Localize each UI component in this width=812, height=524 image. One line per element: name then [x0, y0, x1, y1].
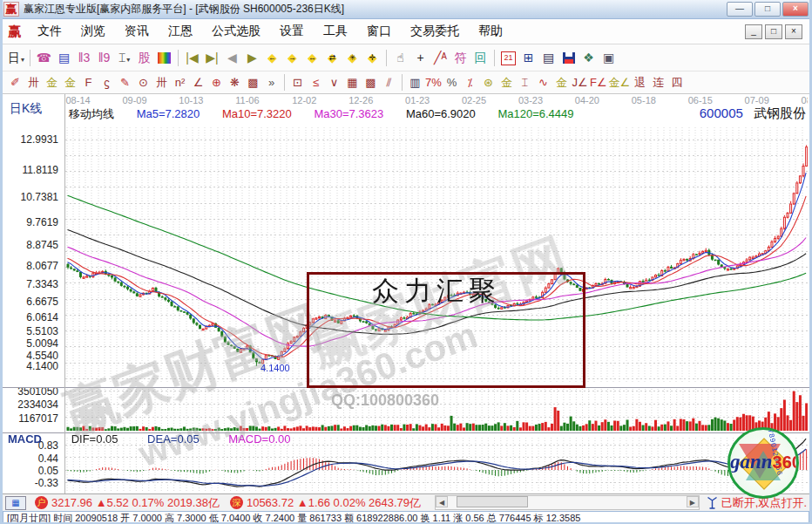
mdi-close-button[interactable]: × — [785, 24, 802, 39]
cycle-tool-icon[interactable]: 回 — [471, 49, 490, 67]
shenzhen-index-icon[interactable]: 深 — [230, 496, 243, 509]
percent-line-icon[interactable]: ⁒ — [462, 75, 478, 91]
draw-pen-icon[interactable]: ✎ — [117, 75, 133, 91]
scroll-left-arrow[interactable]: ◀ — [436, 496, 448, 507]
share-icon[interactable]: ❖ — [579, 49, 598, 67]
square-of-nine-icon[interactable]: n² — [172, 75, 188, 91]
parallel-lines-icon[interactable]: ⫽ — [381, 75, 397, 91]
gold-grid2-icon[interactable]: 金 — [62, 75, 78, 91]
fan-lines-icon[interactable]: ≤ — [308, 75, 324, 91]
maximize-button[interactable]: □ — [754, 2, 781, 17]
gold-circle-icon[interactable]: ⊛ — [480, 75, 497, 91]
menu-help[interactable]: 帮助 — [469, 21, 512, 42]
diamond-left-icon[interactable]: ◆← — [263, 49, 281, 67]
diamond-compress-icon[interactable]: ◆⇄ — [323, 49, 342, 67]
mdi-restore-button[interactable]: □ — [765, 24, 782, 39]
wave-tool-icon[interactable]: ∿ — [535, 75, 551, 91]
menu-gann[interactable]: 江恩 — [159, 21, 202, 42]
gann-wizard-icon[interactable]: 符 — [451, 49, 470, 67]
candle-draw-icon[interactable]: ⌶ — [517, 75, 533, 91]
scroll-thumb[interactable] — [457, 496, 527, 507]
menu-file[interactable]: 文件 — [28, 21, 71, 42]
diamond-star-icon[interactable]: ◆✳ — [343, 49, 362, 67]
angle-f-icon[interactable]: F∠ — [590, 75, 607, 91]
angle-lian-icon[interactable]: 连 — [650, 75, 667, 91]
low-price-label: 4.1400 — [261, 363, 290, 373]
grid-box2-icon[interactable]: ▩ — [362, 75, 379, 91]
menu-news[interactable]: 资讯 — [115, 21, 159, 42]
menu-tools[interactable]: 工具 — [314, 21, 357, 42]
annotation-text: 众力汇聚 — [372, 273, 501, 310]
gold-line-icon[interactable]: 金 — [498, 75, 515, 91]
shanghai-index-quote[interactable]: 3217.96 ▲5.52 0.17% 2019.38亿 — [51, 495, 220, 511]
close-button[interactable]: × — [782, 2, 809, 17]
print-icon[interactable]: ▣ — [599, 49, 618, 67]
crosshair-icon[interactable]: + — [411, 49, 430, 67]
diamond-expand-icon[interactable]: ◆✛ — [363, 49, 382, 67]
date-tick: 10-13 — [179, 95, 203, 105]
candle-style-icon[interactable]: ⌶▾ — [115, 49, 133, 67]
angle-gold-icon[interactable]: 金∠ — [609, 75, 631, 91]
macd-header: MACD DIF=0.05 DEA=0.05 MACD=0.00 — [8, 432, 317, 446]
quote-list-icon[interactable]: ▤ — [55, 49, 73, 67]
color-chart-icon[interactable] — [155, 49, 173, 67]
more-tools-icon[interactable]: » — [263, 75, 280, 91]
diamond-hrange-icon[interactable]: ◆↔ — [303, 49, 321, 67]
app-menu-logo-icon: 赢 — [8, 24, 21, 40]
shanghai-index-icon[interactable]: 户 — [35, 496, 48, 509]
grid-lines-icon[interactable]: 卅 — [153, 75, 170, 91]
kline-period-icon[interactable]: 日▾ — [7, 49, 25, 67]
shenzhen-index-quote[interactable]: 10563.72 ▲1.66 0.02% 2643.79亿 — [247, 495, 421, 511]
calculator-icon[interactable]: ⊞ — [519, 49, 538, 67]
menu-formula-stock-pick[interactable]: 公式选股 — [202, 21, 270, 42]
rect-tool-icon[interactable]: ⊡ — [289, 75, 306, 91]
save-icon[interactable] — [559, 49, 578, 67]
gold-grid-icon[interactable]: 金 — [44, 75, 60, 91]
minimize-button[interactable]: — — [727, 2, 753, 17]
multi-chart-9-icon[interactable]: ‖9 — [95, 49, 113, 67]
gann-grid-icon[interactable]: 卅 — [25, 75, 42, 91]
menu-settings[interactable]: 设置 — [270, 21, 314, 42]
first-page-icon[interactable]: |◀ — [183, 49, 201, 67]
menu-trade[interactable]: 交易委托 — [401, 21, 469, 42]
memo-icon[interactable]: ▤ — [539, 49, 558, 67]
prev-icon[interactable]: ◀ — [223, 49, 241, 67]
spiderweb-icon[interactable]: ❋ — [227, 75, 243, 91]
angle-ruler-icon[interactable]: ∠ — [190, 75, 206, 91]
brush-icon[interactable]: ✐ — [7, 75, 24, 91]
ma120-value: Ma120=6.4449 — [497, 107, 573, 120]
web-box-icon[interactable]: ▩ — [245, 75, 261, 91]
angle-j-icon[interactable]: J∠ — [572, 75, 588, 91]
last-page-icon[interactable]: ▶| — [203, 49, 221, 67]
stock-pick-icon[interactable]: 股 — [135, 49, 153, 67]
fib-grid-icon[interactable]: F — [80, 75, 97, 91]
percent7-icon[interactable]: 7% — [425, 75, 442, 91]
multi-chart-3-icon[interactable]: ‖3 — [75, 49, 93, 67]
hand-drag-icon[interactable]: ☝ — [391, 49, 409, 67]
trendline-icon[interactable]: ╱ᴬ — [431, 49, 450, 67]
title-bar[interactable]: 赢 赢家江恩专业版[赢家内部服务平台] - [武钢股份 SH600005-236… — [0, 0, 812, 19]
stats-column-icon[interactable]: ▥ — [407, 75, 423, 91]
zigzag-icon[interactable]: ∨ — [326, 75, 342, 91]
menu-window[interactable]: 窗口 — [357, 21, 401, 42]
circle-cross-icon[interactable]: ⊕ — [208, 75, 225, 91]
time-circle-icon[interactable]: ⊙ — [135, 75, 152, 91]
spiral-icon[interactable]: ϛ — [98, 75, 115, 91]
gold-line2-icon[interactable]: 金 — [553, 75, 570, 91]
angle-tui-icon[interactable]: 退 — [632, 75, 648, 91]
horizontal-scrollbar[interactable]: ◀ ▶ — [435, 495, 700, 510]
mdi-minimize-button[interactable]: _ — [745, 24, 762, 39]
network-quote-icon[interactable]: ☎ — [35, 49, 53, 67]
diamond-right-icon[interactable]: ◆→ — [283, 49, 301, 67]
angle-si-icon[interactable]: 四 — [668, 75, 685, 91]
next-icon[interactable]: ▶ — [243, 49, 261, 67]
toolbar-separator — [402, 74, 403, 91]
menu-browse[interactable]: 浏览 — [71, 21, 115, 42]
percent-icon[interactable]: % — [443, 75, 460, 91]
grid-box-icon[interactable]: ▦ — [344, 75, 361, 91]
ma60-value: Ma60=6.9020 — [406, 107, 476, 120]
scroll-right-arrow[interactable]: ▶ — [687, 496, 699, 507]
calendar-icon[interactable]: 21 — [499, 49, 518, 67]
keyboard-icon[interactable]: ▦ — [5, 496, 26, 510]
kline-panel-label: 日K线 — [10, 101, 42, 117]
